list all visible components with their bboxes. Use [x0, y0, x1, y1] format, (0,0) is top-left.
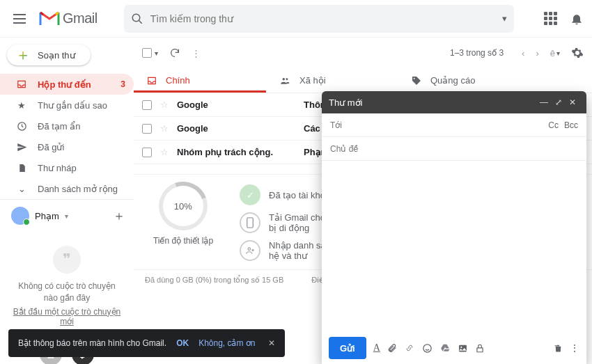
star-toggle[interactable]: ☆: [160, 147, 169, 157]
svg-point-0: [132, 14, 140, 22]
avatar[interactable]: [11, 207, 29, 225]
refresh-icon[interactable]: [169, 47, 180, 58]
storage-text: Đã dùng 0 GB (0%) trong tổng số 15 GB: [145, 276, 283, 285]
search-icon: [131, 13, 143, 25]
compose-button[interactable]: ＋ Soạn thư: [7, 45, 91, 65]
user-name: Phạm: [35, 211, 59, 221]
close-icon[interactable]: ✕: [265, 338, 278, 348]
toast-ok-button[interactable]: OK: [176, 338, 189, 348]
input-tool-icon[interactable]: ê▾: [550, 48, 560, 58]
progress-widget: 10% Tiến độ thiết lập: [145, 182, 221, 261]
drive-icon[interactable]: [439, 343, 451, 353]
nav-starred-label: Thư gắn dấu sao: [38, 100, 107, 111]
tab-social[interactable]: Xã hội: [266, 68, 398, 93]
emoji-icon[interactable]: [422, 343, 433, 354]
next-page-icon[interactable]: ›: [536, 48, 538, 58]
more-options-icon[interactable]: ⋮: [570, 342, 579, 354]
image-icon[interactable]: [458, 344, 468, 353]
search-input[interactable]: [143, 13, 502, 24]
prev-page-icon[interactable]: ‹: [522, 48, 524, 58]
bcc-toggle[interactable]: Bcc: [559, 120, 578, 130]
hangouts-start[interactable]: Bắt đầu một cuộc trò chuyện mới: [7, 307, 127, 326]
compose-header[interactable]: Thư mới — ⤢ ✕: [322, 91, 586, 113]
svg-point-5: [414, 77, 415, 79]
nav-drafts-label: Thư nháp: [38, 163, 77, 173]
row-checkbox[interactable]: [142, 148, 152, 157]
compose-label: Soạn thư: [38, 50, 75, 61]
row-checkbox[interactable]: [142, 124, 152, 134]
plus-icon: ＋: [15, 45, 31, 65]
new-chat-icon[interactable]: ＋: [113, 207, 125, 224]
star-toggle[interactable]: ☆: [160, 100, 169, 110]
trash-icon[interactable]: [554, 343, 563, 354]
chevron-down-icon: ⌄: [15, 184, 28, 194]
tab-primary-label: Chính: [166, 75, 190, 86]
fullscreen-icon[interactable]: ⤢: [552, 97, 566, 107]
cc-toggle[interactable]: Cc: [543, 120, 559, 130]
attach-icon[interactable]: [387, 342, 397, 354]
settings-icon[interactable]: [571, 47, 584, 59]
progress-label: Tiến độ thiết lập: [153, 236, 213, 246]
subject-placeholder: Chủ đề: [330, 144, 358, 154]
user-menu-icon[interactable]: ▾: [65, 212, 68, 220]
tag-icon: [411, 75, 422, 86]
nav-inbox[interactable]: Hộp thư đến 3: [0, 74, 134, 95]
nav-sent[interactable]: Đã gửi: [0, 136, 134, 157]
nav-list: Hộp thư đến 3 ★ Thư gắn dấu sao Đã tạm ẩ…: [0, 74, 134, 199]
quote-icon: ❞: [53, 246, 81, 274]
toast-dismiss-button[interactable]: Không, cảm ơn: [198, 338, 255, 348]
inbox-icon: [15, 79, 28, 89]
mobile-icon: [240, 212, 260, 233]
page-range: 1–3 trong số 3: [450, 48, 504, 58]
tab-primary[interactable]: Chính: [134, 68, 266, 93]
nav-more[interactable]: ⌄ Danh sách mở rộng: [0, 178, 134, 199]
apps-icon[interactable]: [544, 12, 557, 25]
tab-promotions[interactable]: Quảng cáo: [398, 68, 531, 93]
more-icon[interactable]: ⋮: [192, 48, 201, 58]
tab-promotions-label: Quảng cáo: [430, 75, 475, 86]
app-header: Gmail ▾: [0, 0, 592, 38]
format-icon[interactable]: A: [373, 342, 380, 354]
menu-icon[interactable]: [6, 5, 33, 33]
svg-point-3: [283, 77, 286, 80]
star-icon: ★: [15, 100, 28, 111]
compose-title: Thư mới: [329, 97, 363, 108]
link-icon[interactable]: [404, 345, 415, 351]
svg-point-7: [248, 248, 251, 251]
compose-footer: Gửi A ⋮: [322, 332, 586, 364]
primary-tab-icon: [146, 76, 157, 86]
category-tabs: Chính Xã hội Quảng cáo: [134, 68, 592, 93]
nav-starred[interactable]: ★ Thư gắn dấu sao: [0, 95, 134, 116]
message-sender: Google: [177, 100, 295, 110]
svg-rect-6: [247, 218, 254, 228]
notification-toast: Bật thông báo trên màn hình cho Gmail. O…: [8, 329, 285, 357]
subject-row[interactable]: Chủ đề: [322, 137, 586, 161]
compose-body[interactable]: [322, 161, 586, 332]
progress-ring: 10%: [150, 173, 215, 238]
svg-rect-9: [459, 345, 467, 351]
svg-rect-11: [477, 347, 483, 351]
nav-snoozed-label: Đã tạm ẩn: [38, 121, 81, 132]
notifications-icon[interactable]: [570, 12, 584, 26]
close-icon[interactable]: ✕: [566, 97, 579, 107]
search-options-icon[interactable]: ▾: [502, 13, 507, 24]
nav-sent-label: Đã gửi: [38, 142, 64, 152]
message-sender: Nhóm phụ trách cộng.: [177, 147, 295, 157]
send-icon: [15, 142, 28, 152]
row-checkbox[interactable]: [142, 100, 152, 110]
gmail-logo[interactable]: Gmail: [33, 10, 103, 26]
people-icon: [279, 76, 291, 86]
star-toggle[interactable]: ☆: [160, 123, 169, 134]
minimize-icon[interactable]: —: [536, 97, 552, 107]
select-all-checkbox[interactable]: ▾: [142, 48, 158, 58]
confidential-icon[interactable]: [475, 343, 485, 354]
recipients-row[interactable]: Tới Cc Bcc: [322, 113, 586, 137]
nav-snoozed[interactable]: Đã tạm ẩn: [0, 116, 134, 136]
send-button[interactable]: Gửi: [329, 337, 366, 359]
search-bar[interactable]: ▾: [124, 5, 514, 33]
user-row: Phạm ▾ ＋: [0, 199, 134, 232]
nav-more-label: Danh sách mở rộng: [38, 184, 118, 194]
hangouts-empty: Không có cuộc trò chuyện nào gần đây: [11, 280, 123, 304]
nav-drafts[interactable]: Thư nháp: [0, 157, 134, 178]
nav-inbox-count: 3: [120, 79, 125, 89]
